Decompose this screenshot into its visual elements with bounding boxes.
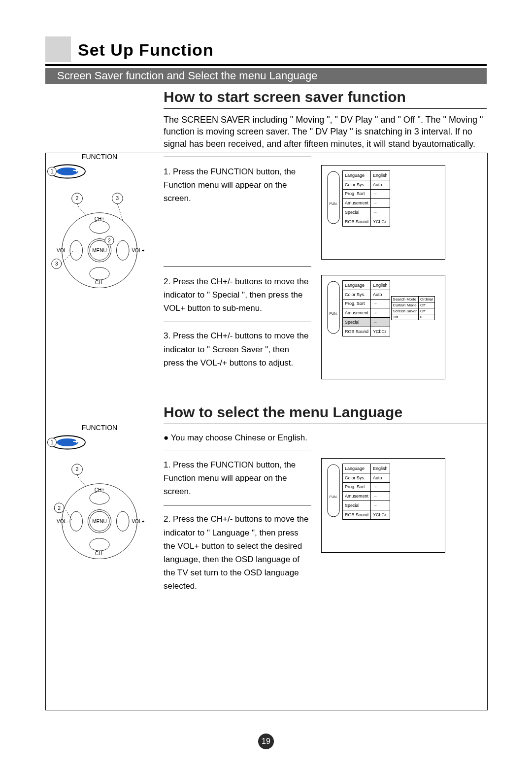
step-b1: 1. Press the FUNCTION button, the Functi… <box>164 458 311 499</box>
page-number: 19 <box>258 734 274 749</box>
osd-screenshot-a1: FUN. LanguageEnglish Color Sys.Auto Prog… <box>321 165 445 260</box>
svg-point-34 <box>90 492 109 504</box>
rule <box>45 64 487 66</box>
svg-text:1: 1 <box>50 168 54 175</box>
svg-text:VOL+: VOL+ <box>132 248 144 253</box>
svg-text:VOL-: VOL- <box>57 519 68 524</box>
osd-main-menu: LanguageEnglish Color Sys.Auto Prog. Sor… <box>342 464 390 520</box>
step-a2: 2. Press the CH+/- buttons to move the i… <box>164 275 311 315</box>
svg-point-18 <box>117 240 129 260</box>
svg-text:2: 2 <box>76 467 79 472</box>
left-illustrations-a: FUNCTION 1 2 3 MENU C <box>45 153 154 291</box>
svg-text:MENU: MENU <box>92 519 106 524</box>
divider <box>164 450 311 450</box>
function-button-icon: 1 <box>45 434 90 451</box>
decorative-square <box>45 36 71 62</box>
svg-point-1 <box>57 167 78 175</box>
osd-main-menu: LanguageEnglish Color Sys.Auto Prog. Sor… <box>342 170 390 227</box>
svg-text:MENU: MENU <box>92 248 106 253</box>
svg-point-12 <box>90 221 109 233</box>
svg-point-38 <box>70 511 82 531</box>
svg-text:CH-: CH- <box>95 280 104 285</box>
svg-text:FUN.: FUN. <box>330 202 337 205</box>
svg-text:1: 1 <box>50 439 54 446</box>
function-label: FUNCTION <box>45 153 154 161</box>
svg-point-25 <box>57 438 78 446</box>
step-b2: 2. Press the CH+/- buttons to move the i… <box>164 512 311 593</box>
divider <box>164 267 311 267</box>
bullet-language-text: You may choose Chinese or English. <box>171 433 307 442</box>
svg-rect-44 <box>328 171 339 224</box>
heading-language: How to select the menu Language <box>164 404 487 424</box>
svg-text:2: 2 <box>76 196 79 201</box>
svg-text:VOL-: VOL- <box>57 248 68 253</box>
divider <box>164 157 311 157</box>
svg-text:2: 2 <box>108 238 111 243</box>
bullet-language: ● You may choose Chinese or English. <box>164 433 487 443</box>
svg-text:3: 3 <box>116 196 119 201</box>
svg-text:3: 3 <box>55 261 58 267</box>
svg-text:FUN.: FUN. <box>330 312 337 315</box>
svg-text:CH+: CH+ <box>95 487 104 493</box>
function-button-icon: 1 <box>45 163 90 180</box>
directional-pad-a: 2 3 MENU CH+ CH- VOL- VOL+ <box>50 192 149 291</box>
divider <box>164 505 311 505</box>
svg-rect-46 <box>328 281 339 334</box>
left-illustrations-b: FUNCTION 1 2 MENU CH+ CH- VOL- <box>45 424 154 562</box>
osd-screenshot-b1: FUN. LanguageEnglish Color Sys.Auto Prog… <box>321 458 445 553</box>
function-label: FUNCTION <box>45 424 154 432</box>
svg-text:CH-: CH- <box>95 551 104 556</box>
osd-main-menu: LanguageEnglish Color Sys.Auto Prog. Sor… <box>342 280 390 336</box>
osd-sub-menu: Search ModeOrdinal Curtain ModeOff Scree… <box>391 296 435 320</box>
svg-point-40 <box>117 511 129 531</box>
osd-screenshot-a2: FUN. LanguageEnglish Color Sys.Auto Prog… <box>321 275 445 379</box>
svg-text:CH+: CH+ <box>95 216 104 222</box>
svg-text:FUN.: FUN. <box>330 495 337 499</box>
directional-pad-b: 2 MENU CH+ CH- VOL- VOL+ 2 <box>50 463 149 562</box>
section-header-bar: Screen Saver function and Select the men… <box>45 68 487 84</box>
divider <box>164 322 311 322</box>
chapter-title: Set Up Function <box>78 40 214 60</box>
svg-point-36 <box>90 538 109 551</box>
svg-point-14 <box>90 267 109 280</box>
intro-text-a: The SCREEN SAVER including " Moving ", "… <box>164 114 487 150</box>
step-a1: 1. Press the FUNCTION button, the Functi… <box>164 165 311 260</box>
manual-page: Set Up Function Screen Saver function an… <box>0 0 532 769</box>
svg-text:VOL+: VOL+ <box>132 519 144 524</box>
svg-rect-48 <box>328 465 339 517</box>
heading-screen-saver: How to start screen saver function <box>164 89 487 109</box>
svg-text:2: 2 <box>58 505 61 511</box>
step-a3: 3. Press the CH+/- buttons to move the i… <box>164 329 311 369</box>
svg-point-16 <box>70 240 82 260</box>
right-column: How to start screen saver function The S… <box>164 89 487 593</box>
